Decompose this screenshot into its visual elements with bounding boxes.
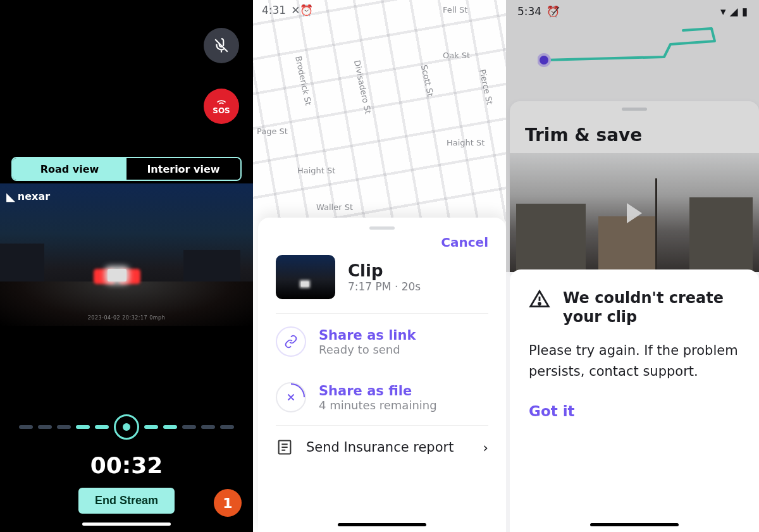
trim-save-screen: 5:34 ⏰̸ ▾ ◢ ▮ Trim & save We couldn't cr… [506,0,759,532]
warning-icon [529,288,550,310]
link-icon [276,326,306,357]
street-label: Haight St [297,166,335,175]
street-label: Broderick St [293,55,313,106]
street-label: Divisadero St [352,59,373,115]
play-icon[interactable] [627,203,642,223]
stream-controls: 00:32 End Stream 1 [0,326,253,532]
send-insurance-report-row[interactable]: Send Insurance report › [276,425,488,469]
map-view[interactable]: 4:31 ✕⏰ Fell St Oak St Page St Haight St… [253,0,506,221]
clip-header: Clip 7:17 PM · 20s [276,255,488,314]
street-label: Fell St [443,5,467,15]
wifi-icon: ▾ [720,5,726,18]
share-link-title: Share as link [319,328,416,343]
chevron-right-icon: › [483,440,488,455]
share-as-link-row[interactable]: Share as link Ready to send [276,314,488,369]
status-bar: 4:31 ✕⏰ [262,4,313,16]
stream-timer: 00:32 [0,452,253,478]
share-file-subtitle: 4 minutes remaining [319,399,437,412]
mic-off-icon [213,37,230,54]
cancel-button[interactable]: Cancel [276,235,488,250]
mic-mute-button[interactable] [204,28,239,63]
sos-label: SOS [213,106,230,115]
wifi-icon [215,97,228,105]
share-link-subtitle: Ready to send [319,343,416,356]
error-body: Please try again. If the problem persist… [529,340,740,381]
end-stream-button[interactable]: End Stream [78,488,175,514]
sheet-grabber[interactable] [622,108,647,111]
street-label: Waller St [316,202,353,212]
svg-point-7 [538,54,550,66]
svg-point-9 [539,303,541,305]
status-time: 4:31 [262,4,286,16]
tab-road-view[interactable]: Road view [13,158,126,180]
error-sheet: We couldn't create your clip Please try … [510,269,759,532]
clip-subtitle: 7:17 PM · 20s [348,280,421,293]
stream-top-bar: SOS Road view Interior view [0,0,253,183]
dashcam-meta: 2023-04-02 20:32:17 0mph [0,315,253,321]
street-label: Scott St [419,64,435,97]
close-icon [285,392,297,403]
share-sheet: Cancel Clip 7:17 PM · 20s Share as link … [258,218,506,532]
street-label: Haight St [447,138,484,147]
street-label: Pierce St [478,68,494,106]
signal-icon: ◢ [730,5,738,18]
clip-title: Clip [348,261,421,280]
street-label: Page St [257,127,288,136]
sheet-grabber[interactable] [369,226,395,230]
status-time: 5:34 [517,5,541,18]
alarm-off-icon: ✕⏰ [291,4,313,16]
share-as-file-row[interactable]: Share as file 4 minutes remaining [276,369,488,425]
share-clip-screen: 4:31 ✕⏰ Fell St Oak St Page St Haight St… [253,0,506,532]
home-indicator[interactable] [82,523,171,526]
trim-card: Trim & save [510,101,759,272]
nexar-watermark: ◣ nexar [6,190,50,203]
error-title: We couldn't create your clip [563,288,740,326]
progress-ring-icon [276,382,306,412]
sos-button[interactable]: SOS [204,89,239,124]
nexar-brand-text: nexar [18,190,50,202]
street-label: Oak St [443,51,470,60]
timeline-playhead-icon[interactable] [114,414,139,440]
dashcam-preview[interactable]: ◣ nexar 2023-04-02 20:32:17 0mph [0,183,253,326]
view-toggle: Road view Interior view [11,157,242,181]
stream-timeline[interactable] [19,414,234,440]
notification-badge[interactable]: 1 [214,489,242,517]
status-bar: 5:34 ⏰̸ ▾ ◢ ▮ [517,5,748,18]
trim-video-preview[interactable] [510,153,759,272]
alarm-off-icon: ⏰̸ [546,5,560,18]
trim-title: Trim & save [510,116,759,153]
report-icon [276,438,293,456]
battery-icon: ▮ [742,5,748,18]
got-it-button[interactable]: Got it [529,403,740,419]
share-file-title: Share as file [319,383,437,399]
home-indicator[interactable] [338,523,426,526]
clip-thumbnail[interactable] [276,255,335,299]
stream-screen: SOS Road view Interior view ◣ nexar 2023… [0,0,253,532]
tab-interior-view[interactable]: Interior view [126,158,240,180]
nexar-bolt-icon: ◣ [6,190,15,203]
insurance-label: Send Insurance report [306,440,470,455]
home-indicator[interactable] [590,523,679,526]
route-line [538,25,746,95]
